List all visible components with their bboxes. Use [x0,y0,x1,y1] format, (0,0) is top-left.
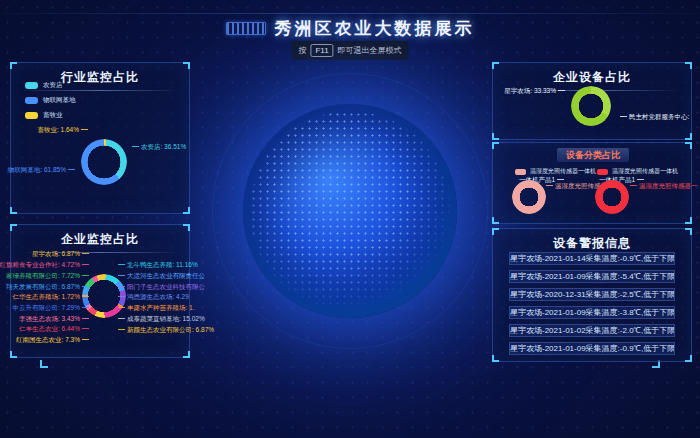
class-right-legend[interactable]: 温湿度光照传感器一体机 [597,167,678,176]
legend-item-nongzidian[interactable]: 农资店 [25,81,76,90]
enterprise-label: 北斗鸭生态养殖: 11.16% [127,261,198,269]
enterprise-label: 中云升有限公司: 7.29% [12,304,80,312]
legend-item-wulianwang[interactable]: 物联网基地 [25,96,76,105]
legend-label: 物联网基地 [43,96,76,105]
industry-label-wulianwang: 物联网基地: 61.85% [8,166,66,174]
legend-swatch-yellow [25,112,38,119]
industry-donut-chart[interactable] [81,139,127,185]
legend-swatch-cyan [25,82,38,89]
enterprise-label: 仁华生态养殖场: 1.72% [12,293,80,301]
logo-badge [226,22,266,35]
alarm-row: 星宇农场-2021-01-02采集温度:-2.0℃,低于下限:0℃ [509,324,675,337]
alarm-row: 星宇农场-2021-01-09采集温度:-0.9℃,低于下限:0℃ [509,342,675,355]
enterprise-monitor-panel: 企业监控占比 星宇农场: 6.87% 红旗粮食专业合作社: 4.72% 家绿养殖… [10,224,190,358]
tooltip-prefix: 按 [298,45,306,56]
page-header: 秀洲区农业大数据展示 [0,17,700,40]
legend-swatch-red [597,169,608,175]
enterprise-label: 李强生态农场: 3.43% [19,315,80,323]
industry-legend: 农资店 物联网基地 畜牧业 [25,81,76,126]
device-donut-chart[interactable] [571,86,611,126]
device-label-right: 民主村党群服务中心: [629,113,689,121]
dashboard-stage: 秀洲区农业大数据展示 按 F11 即可退出全屏模式 行业监控占比 农资店 物联网… [0,0,700,438]
class-left-donut[interactable] [512,180,546,214]
device-alarm-panel: 设备警报信息 星宇农场-2021-01-14采集温度:-0.9℃,低于下限:0℃… [492,228,692,362]
legend-label: 温湿度光照传感器一体机 [530,167,596,176]
alarm-row: 星宇农场-2021-01-09采集温度:-5.4℃,低于下限:0℃ [509,270,675,283]
alarm-row: 星宇农场-2021-01-14采集温度:-0.9℃,低于下限:0℃ [509,252,675,265]
device-class-panel: 设备分类占比 温湿度光照传感器一体机 一体机产品1 温湿度光照传感器一 温湿度光… [492,142,692,224]
alarm-row: 星宇农场-2021-01-09采集温度:-3.8℃,低于下限:0℃ [509,306,675,319]
enterprise-label: 星宇农场: 6.87% [32,250,80,258]
class-right-pointer: 温湿度光照传感器一 [639,182,698,190]
enterprise-label: 翔天发展有限公司: 6.87% [6,283,80,291]
legend-item-xumuye[interactable]: 畜牧业 [25,111,76,120]
enterprise-label: 鸿恩源生态农场: 4.29 [127,293,189,301]
enterprise-label: 大运河生态农业有限责任公 [127,272,205,280]
legend-label: 畜牧业 [43,111,63,120]
page-title: 秀洲区农业大数据展示 [275,17,475,40]
industry-label-nongzidian: 农资店: 36.51% [141,143,186,151]
device-ratio-panel: 企业设备占比 星宇农场: 33.33% 民主村党群服务中心: [492,62,692,140]
class-left-legend[interactable]: 温湿度光照传感器一体机 [515,167,596,176]
enterprise-panel-title: 企业监控占比 [11,231,189,248]
legend-swatch-blue [25,97,38,104]
device-class-title: 设备分类占比 [557,148,629,162]
enterprise-label: 丰露水产种苗养殖场: 1. [127,304,195,312]
enterprise-label: 成泰蔬菜直销基地: 15.02% [127,315,205,323]
legend-label: 农资店 [43,81,63,90]
alarm-panel-title: 设备警报信息 [493,235,691,252]
stage-corner-left [40,360,48,368]
device-label-left: 星宇农场: 33.33% [504,87,556,95]
class-right-donut[interactable] [595,180,629,214]
enterprise-label: 仁丰生态农业: 6.44% [19,325,80,333]
globe-visualization[interactable] [243,104,457,318]
device-panel-title: 企业设备占比 [493,69,691,86]
legend-swatch-pink [515,169,526,175]
enterprise-label: 新颜生态农业有限公司: 6.87% [127,326,214,334]
fullscreen-exit-tooltip: 按 F11 即可退出全屏模式 [291,41,408,60]
enterprise-label: 阳门子生态农业科技有限公 [127,283,205,291]
header-divider-line [0,13,700,14]
tooltip-suffix: 即可退出全屏模式 [338,45,402,56]
industry-label-xumuye: 畜牧业: 1.64% [37,126,79,134]
f11-key-badge: F11 [310,44,333,57]
enterprise-label: 红南国生态农业: 7.3% [16,336,80,344]
enterprise-label: 家绿养殖有限公司: 7.72% [6,272,80,280]
enterprise-label: 红旗粮食专业合作社: 4.72% [0,261,80,269]
legend-label: 温湿度光照传感器一体机 [612,167,678,176]
industry-monitor-panel: 行业监控占比 农资店 物联网基地 畜牧业 畜牧业: 1.64% 农资店: 36.… [10,62,190,214]
alarm-row: 星宇农场-2020-12-31采集温度:-2.5℃,低于下限:0℃ [509,288,675,301]
